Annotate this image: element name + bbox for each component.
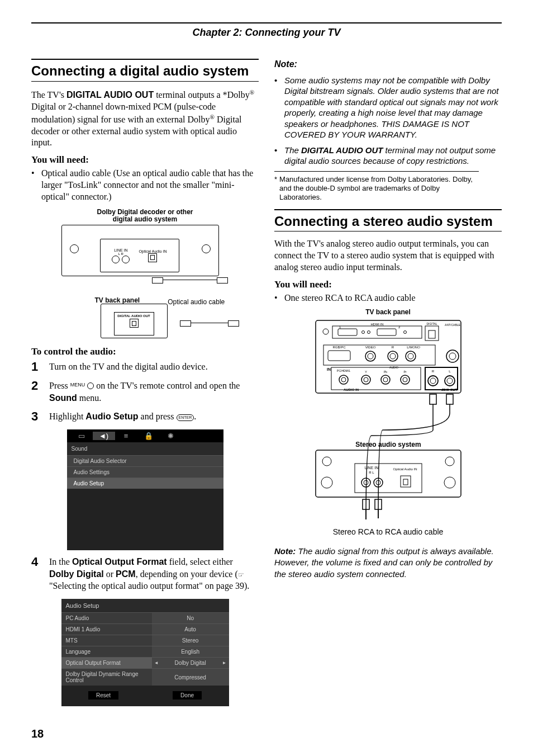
svg-text:Pr: Pr [403, 370, 406, 374]
pointer-icon: ☞ [238, 571, 244, 579]
audio-setup-menu-screenshot: Audio Setup PC AudioNo HDMI 1 AudioAuto … [61, 599, 229, 706]
note-item-2: • The DIGITAL AUDIO OUT terminal may not… [274, 145, 502, 167]
diagram-cable-label: Stereo RCA to RCA audio cable [274, 527, 502, 537]
svg-point-38 [383, 377, 388, 382]
svg-text:ANT/CABLE: ANT/CABLE [445, 323, 460, 327]
need-item-2: •One stereo RCA to RCA audio cable [274, 292, 502, 304]
svg-rect-54 [446, 394, 453, 404]
svg-text:L: L [449, 370, 451, 373]
step-2: 2 Press MENU on the TV's remote control … [31, 380, 259, 404]
svg-text:IN: IN [327, 367, 331, 371]
svg-point-33 [341, 377, 346, 382]
svg-rect-44 [425, 367, 458, 390]
svg-point-37 [381, 375, 390, 384]
dolby-footnote: *Manufactured under license from Dolby L… [274, 171, 479, 202]
svg-point-41 [403, 377, 407, 382]
svg-point-16 [449, 353, 456, 360]
svg-text:R: R [391, 346, 394, 349]
svg-point-40 [401, 375, 410, 384]
svg-text:JDIO OUT: JDIO OUT [441, 388, 458, 391]
svg-point-27 [406, 351, 416, 361]
you-will-need-heading-2: You will need: [274, 279, 502, 290]
diagram-stereo-audio: HDMI IN 1 2 DIGITAL ANT/CABLE RGB/PC VID… [299, 318, 478, 525]
svg-point-10 [403, 331, 406, 334]
svg-point-60 [321, 477, 332, 488]
svg-text:RGB/PC: RGB/PC [332, 346, 346, 349]
svg-point-34 [361, 375, 370, 384]
settings-tab-icon: ✺ [160, 432, 182, 440]
svg-text:L/MONO: L/MONO [407, 346, 420, 349]
intro-paragraph: The TV's DIGITAL AUDIO OUT terminal outp… [31, 88, 259, 149]
enter-button-icon: ENTER [177, 414, 194, 420]
section-digital-audio: Connecting a digital audio system [31, 59, 259, 82]
sound-tab-icon: ◄) [93, 432, 115, 440]
svg-text:R: R [431, 370, 434, 373]
svg-point-7 [367, 331, 370, 334]
svg-point-46 [428, 376, 438, 386]
svg-rect-53 [430, 394, 436, 404]
svg-rect-8 [377, 329, 396, 336]
svg-rect-72 [403, 479, 408, 485]
svg-rect-58 [316, 450, 461, 497]
tv-back-panel-label: TV back panel [274, 308, 502, 316]
note-item-1: •Some audio systems may not be compatibl… [274, 75, 502, 140]
svg-point-47 [430, 378, 436, 384]
svg-text:Stereo audio system: Stereo audio system [355, 441, 421, 448]
note-heading: Note: [274, 59, 502, 70]
svg-text:DIGITAL: DIGITAL [426, 322, 437, 325]
need-item: •Optical audio cable (Use an optical aud… [31, 168, 259, 202]
svg-point-50 [447, 378, 453, 384]
svg-point-25 [390, 353, 396, 359]
svg-rect-4 [338, 329, 357, 336]
svg-rect-71 [401, 476, 411, 487]
svg-text:Optical Audio IN: Optical Audio IN [393, 467, 417, 471]
diagram-digital-audio: Dolby Digital decoder or other digital a… [61, 209, 229, 338]
svg-rect-0 [316, 320, 461, 393]
you-will-need-heading: You will need: [31, 154, 259, 166]
svg-rect-19 [328, 351, 350, 361]
svg-text:Y: Y [364, 370, 367, 374]
svg-text:AUDIO IN: AUDIO IN [344, 388, 359, 391]
svg-point-6 [361, 331, 364, 334]
svg-text:AUDIO: AUDIO [389, 366, 398, 369]
svg-text:R     L: R L [369, 471, 374, 474]
sound-menu-screenshot: ▭ ◄) ≡ 🔒 ✺ Sound Digital Audio Selector … [67, 429, 223, 550]
svg-point-15 [446, 350, 459, 362]
svg-point-35 [364, 377, 368, 382]
svg-point-28 [408, 353, 413, 359]
svg-point-22 [368, 353, 373, 359]
svg-point-32 [339, 375, 348, 384]
svg-text:HDMI IN: HDMI IN [370, 323, 383, 326]
svg-point-49 [445, 376, 455, 386]
lock-tab-icon: 🔒 [137, 432, 160, 440]
section-stereo-audio: Connecting a stereo audio system [274, 209, 502, 232]
svg-point-61 [445, 457, 454, 466]
sliders-tab-icon: ≡ [115, 432, 137, 440]
menu-button-icon [87, 382, 94, 389]
svg-point-21 [365, 351, 375, 361]
svg-text:PC/HDMI1: PC/HDMI1 [337, 369, 350, 372]
svg-point-62 [444, 477, 455, 488]
to-control-audio-heading: To control the audio: [31, 346, 259, 357]
note-fixed-volume: Note: The audio signal from this output … [274, 546, 502, 580]
step-3: 3 Highlight Audio Setup and press ENTER. [31, 410, 259, 423]
svg-text:VIDEO: VIDEO [365, 346, 375, 349]
chapter-heading: Chapter 2: Connecting your TV [31, 27, 502, 39]
intro-paragraph-2: With the TV's analog stereo audio output… [274, 238, 502, 273]
step-4: 4 In the Optical Output Format field, se… [31, 556, 259, 592]
svg-rect-13 [429, 330, 435, 338]
svg-point-59 [322, 457, 331, 466]
picture-tab-icon: ▭ [70, 432, 93, 440]
page-number: 18 [31, 727, 502, 740]
svg-point-1 [323, 329, 329, 334]
svg-text:Pb: Pb [383, 370, 387, 374]
step-1: 1Turn on the TV and the digital audio de… [31, 361, 259, 373]
svg-point-24 [388, 351, 398, 361]
